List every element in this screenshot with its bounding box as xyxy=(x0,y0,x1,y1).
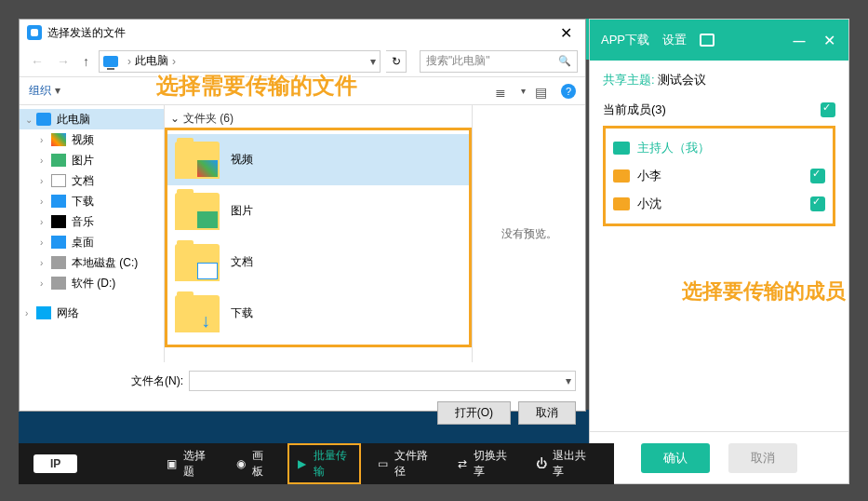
content-pane: ⌄文件夹 (6) 视频图片文档下载 没有预览。 xyxy=(165,105,585,362)
expand-icon[interactable]: › xyxy=(40,176,51,186)
expand-icon[interactable]: › xyxy=(25,308,36,318)
tree-item[interactable]: ⌄此电脑 xyxy=(20,109,164,129)
toolbar-board[interactable]: 画板 xyxy=(229,443,278,484)
dialog-buttons: 打开(O) 取消 xyxy=(20,394,585,432)
tree-label: 网络 xyxy=(57,305,79,321)
help-icon[interactable]: ? xyxy=(561,84,576,99)
member-name: 小李 xyxy=(637,168,810,184)
folder-item[interactable]: 视频 xyxy=(167,134,469,185)
folder-item[interactable]: 文档 xyxy=(167,237,469,288)
network-icon xyxy=(36,306,51,319)
expand-icon[interactable]: › xyxy=(40,196,51,207)
folder-group-header[interactable]: ⌄文件夹 (6) xyxy=(170,111,234,127)
expand-icon[interactable]: › xyxy=(40,156,51,166)
path-icon xyxy=(376,456,390,471)
tree-item[interactable]: ›音乐 xyxy=(20,211,164,232)
folder-label: 下载 xyxy=(231,305,253,321)
exit-icon xyxy=(535,456,549,471)
expand-icon[interactable]: › xyxy=(40,237,51,248)
view-dropdown-icon[interactable]: ▾ xyxy=(521,86,526,96)
toolbar-label: 文件路径 xyxy=(394,448,435,480)
minimize-icon[interactable] xyxy=(791,32,808,48)
forward-icon[interactable]: → xyxy=(53,52,73,71)
chevron-right-icon: › xyxy=(127,55,131,68)
video-icon xyxy=(51,133,66,146)
panel-footer: 确认 取消 xyxy=(590,431,848,483)
filename-input[interactable] xyxy=(189,371,576,391)
member-row[interactable]: 小李 xyxy=(609,162,829,190)
tree-item[interactable]: ›文档 xyxy=(20,170,164,191)
member-row[interactable]: 小沈 xyxy=(609,190,829,218)
tree-item[interactable]: ›本地磁盘 (C:) xyxy=(20,252,164,273)
panel-body: 共享主题: 测试会议 当前成员(3) 主持人（我）小李小沈 xyxy=(590,61,848,237)
organize-menu[interactable]: 组织▾ xyxy=(29,83,60,99)
dialog-title-bar: 选择发送的文件 ✕ xyxy=(20,20,585,46)
members-count: 当前成员(3) xyxy=(603,102,666,118)
download-icon xyxy=(51,195,66,208)
expand-icon[interactable]: ⌄ xyxy=(25,115,36,125)
toolbar-label: 退出共享 xyxy=(553,448,594,480)
view-list-icon[interactable] xyxy=(495,85,512,98)
close-icon[interactable] xyxy=(821,32,837,48)
ip-badge[interactable]: IP xyxy=(33,454,77,473)
batch-icon xyxy=(295,456,309,471)
member-list: 主持人（我）小李小沈 xyxy=(603,126,835,226)
app-download-link[interactable]: APP下载 xyxy=(601,32,649,48)
toolbar-path[interactable]: 文件路径 xyxy=(370,443,440,484)
member-icon xyxy=(613,169,630,183)
tree-label: 下载 xyxy=(72,194,94,210)
expand-icon[interactable]: › xyxy=(40,258,51,268)
folder-icon xyxy=(175,193,220,230)
expand-icon[interactable]: › xyxy=(40,135,51,145)
expand-icon[interactable]: › xyxy=(40,217,51,227)
select-all-checkbox[interactable] xyxy=(821,102,835,117)
toolbar-batch[interactable]: 批量传输 xyxy=(287,443,361,484)
toolbar-row: 组织▾ ▾ ? xyxy=(20,77,585,105)
cancel-button[interactable]: 取消 xyxy=(728,443,797,473)
tree-item[interactable]: ›桌面 xyxy=(20,232,164,252)
search-input[interactable]: 搜索"此电脑" xyxy=(420,50,578,73)
window-icon[interactable] xyxy=(700,34,714,47)
tree-label: 软件 (D:) xyxy=(72,276,115,291)
share-topic: 共享主题: 测试会议 xyxy=(603,72,835,88)
expand-icon[interactable]: › xyxy=(40,278,51,289)
desktop-icon xyxy=(51,236,66,249)
doc-icon xyxy=(51,174,66,187)
folder-icon xyxy=(175,244,220,281)
open-button[interactable]: 打开(O) xyxy=(437,401,511,425)
toolbar-exit[interactable]: 退出共享 xyxy=(529,443,599,484)
tree-item[interactable]: ›视频 xyxy=(20,129,164,150)
toolbar-switch[interactable]: 切换共享 xyxy=(450,443,520,484)
close-icon[interactable]: ✕ xyxy=(554,24,578,42)
tree-label: 图片 xyxy=(72,153,94,169)
disk-icon xyxy=(51,256,66,269)
preview-pane: 没有预览。 xyxy=(472,105,585,362)
tree-item[interactable]: ›软件 (D:) xyxy=(20,273,164,293)
tree-item[interactable]: ›网络 xyxy=(20,303,164,323)
folder-item[interactable]: 下载 xyxy=(167,288,469,339)
breadcrumb[interactable]: › 此电脑 › ▾ xyxy=(99,50,381,73)
tree-item[interactable]: ›图片 xyxy=(20,150,164,170)
tree-item[interactable]: ›下载 xyxy=(20,191,164,211)
member-checkbox[interactable] xyxy=(810,196,825,211)
folder-label: 文档 xyxy=(231,254,253,270)
settings-link[interactable]: 设置 xyxy=(662,32,687,48)
folder-label: 图片 xyxy=(231,203,253,219)
refresh-icon[interactable]: ↻ xyxy=(386,50,407,73)
confirm-button[interactable]: 确认 xyxy=(641,443,710,473)
member-icon xyxy=(613,142,630,155)
back-icon[interactable]: ← xyxy=(27,52,47,71)
up-icon[interactable]: ↑ xyxy=(79,52,93,71)
topic-label: 共享主题: xyxy=(603,73,655,87)
toolbar-select[interactable]: 选择题 xyxy=(160,443,220,484)
member-checkbox[interactable] xyxy=(810,169,825,183)
member-row[interactable]: 主持人（我） xyxy=(609,134,829,162)
view-detail-icon[interactable] xyxy=(535,85,552,98)
select-icon xyxy=(166,456,180,471)
tree-label: 音乐 xyxy=(72,214,94,230)
folder-icon xyxy=(175,142,220,179)
folder-item[interactable]: 图片 xyxy=(167,185,469,237)
tree-label: 此电脑 xyxy=(57,112,90,128)
chevron-down-icon[interactable]: ▾ xyxy=(370,55,376,68)
cancel-button[interactable]: 取消 xyxy=(518,401,576,425)
